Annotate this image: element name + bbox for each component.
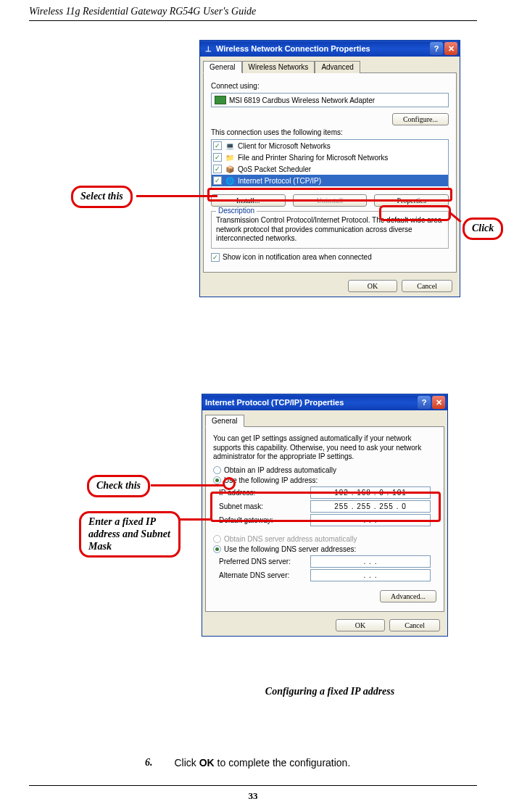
list-item-label: Internet Protocol (TCP/IP) (238, 177, 321, 185)
radio-icon[interactable] (213, 545, 221, 553)
highlight-radio (223, 477, 236, 490)
description-title: Description (216, 207, 257, 215)
doc-header: Wireless 11g Residential Gateway RG54G U… (29, 0, 477, 20)
page-number: 33 (0, 790, 506, 802)
help-button[interactable]: ? (418, 396, 431, 409)
pref-dns-input[interactable]: . . . (310, 555, 431, 568)
ok-button[interactable]: OK (348, 280, 397, 292)
radio-icon[interactable] (213, 476, 221, 484)
show-icon-label: Show icon in notification area when conn… (223, 253, 372, 261)
protocol-icon: 🌐 (225, 175, 235, 186)
qos-icon: 📦 (225, 164, 235, 174)
tab-advanced[interactable]: Advanced (315, 61, 360, 73)
header-divider (29, 20, 477, 21)
tab-general[interactable]: General (203, 61, 242, 73)
tab-general[interactable]: General (205, 415, 244, 427)
callout-enter-fixed: Enter a fixed IP address and Subnet Mask (79, 511, 181, 558)
dialog-button-row: OK Cancel (200, 276, 460, 297)
titlebar[interactable]: ⊥ Wireless Network Connection Properties… (200, 41, 460, 57)
dialog-button-row: OK Cancel (202, 615, 447, 636)
list-item[interactable]: ✓ 📁 File and Printer Sharing for Microso… (212, 152, 448, 163)
figure-caption: Configuring a fixed IP address (199, 686, 460, 697)
configure-button[interactable]: Configure... (392, 113, 449, 125)
radio-obtain-auto[interactable]: Obtain an IP address automatically (213, 466, 436, 474)
radio-use-following[interactable]: Use the following IP address: (213, 476, 436, 484)
list-item-label: File and Printer Sharing for Microsoft N… (238, 154, 388, 162)
intro-text: You can get IP settings assigned automat… (213, 434, 436, 462)
advanced-button[interactable]: Advanced... (380, 590, 436, 602)
close-button[interactable]: ✕ (444, 42, 457, 55)
highlight-ip-subnet (210, 492, 441, 522)
list-item-tcpip[interactable]: ✓ 🌐 Internet Protocol (TCP/IP) (212, 175, 448, 186)
callout-line (151, 484, 225, 486)
radio-label: Use the following DNS server addresses: (224, 545, 356, 553)
help-button[interactable]: ? (430, 42, 443, 55)
adapter-name: MSI 6819 Cardbus Wireless Network Adapte… (229, 96, 375, 104)
network-icon: ⊥ (203, 44, 213, 54)
service-icon: 📁 (225, 152, 235, 162)
step-text: Click OK to complete the configuration. (175, 757, 351, 768)
radio-label: Obtain DNS server address automatically (224, 535, 357, 543)
list-item-label: Client for Microsoft Networks (238, 142, 331, 150)
connect-using-label: Connect using: (211, 82, 449, 90)
components-list[interactable]: ✓ 💻 Client for Microsoft Networks ✓ 📁 Fi… (211, 139, 449, 190)
pref-dns-label: Preferred DNS server: (219, 558, 306, 566)
callout-line (180, 518, 210, 521)
checkbox-icon[interactable]: ✓ (213, 153, 222, 162)
alt-dns-row: Alternate DNS server: . . . (219, 569, 431, 581)
radio-icon[interactable] (213, 466, 221, 474)
highlight-properties (379, 205, 451, 221)
step-number: 6. (145, 757, 153, 768)
cancel-button[interactable]: Cancel (402, 280, 452, 292)
highlight-tcpip (207, 188, 452, 202)
checkbox-icon[interactable]: ✓ (213, 141, 222, 150)
alt-dns-label: Alternate DNS server: (219, 571, 306, 579)
show-icon-checkbox[interactable]: ✓ (211, 253, 220, 262)
alt-dns-input[interactable]: . . . (310, 569, 431, 581)
list-item-label: QoS Packet Scheduler (238, 165, 311, 173)
radio-label: Obtain an IP address automatically (224, 466, 336, 474)
radio-label: Use the following IP address: (224, 476, 318, 484)
tab-strip: General (202, 410, 447, 426)
radio-use-dns[interactable]: Use the following DNS server addresses: (213, 545, 436, 553)
tab-strip: General Wireless Networks Advanced (200, 57, 460, 72)
dialog-title: Internet Protocol (TCP/IP) Properties (205, 398, 344, 407)
callout-check-this: Check this (87, 475, 150, 497)
radio-icon (213, 535, 221, 543)
callout-line (136, 195, 217, 197)
adapter-icon (215, 96, 226, 104)
radio-obtain-dns-auto: Obtain DNS server address automatically (213, 535, 436, 543)
titlebar[interactable]: Internet Protocol (TCP/IP) Properties ? … (202, 394, 447, 410)
cancel-button[interactable]: Cancel (389, 619, 440, 631)
ok-button[interactable]: OK (336, 619, 385, 631)
tab-wireless-networks[interactable]: Wireless Networks (242, 61, 315, 73)
adapter-box: MSI 6819 Cardbus Wireless Network Adapte… (211, 93, 449, 107)
close-button[interactable]: ✕ (432, 396, 445, 409)
list-item[interactable]: ✓ 💻 Client for Microsoft Networks (212, 140, 448, 152)
checkbox-icon[interactable]: ✓ (213, 176, 222, 185)
client-icon: 💻 (225, 141, 235, 151)
pref-dns-row: Preferred DNS server: . . . (219, 555, 431, 568)
items-label: This connection uses the following items… (211, 128, 449, 136)
footer-divider (29, 785, 477, 786)
callout-click: Click (463, 218, 503, 240)
callout-select-this: Select this (71, 186, 133, 208)
checkbox-icon[interactable]: ✓ (213, 165, 222, 173)
tab-panel-general: Connect using: MSI 6819 Cardbus Wireless… (203, 72, 457, 273)
list-item[interactable]: ✓ 📦 QoS Packet Scheduler (212, 163, 448, 175)
dialog-title: Wireless Network Connection Properties (216, 44, 370, 53)
wireless-properties-dialog: ⊥ Wireless Network Connection Properties… (199, 40, 460, 297)
